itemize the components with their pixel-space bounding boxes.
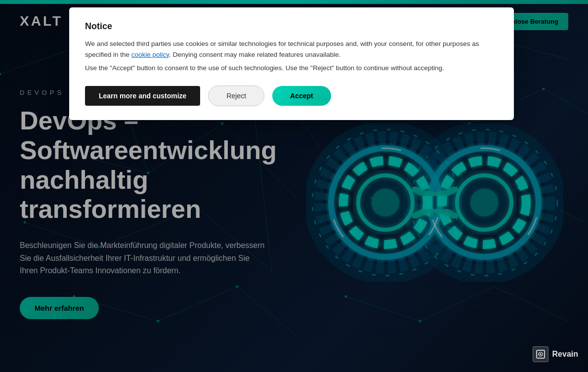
- notice-title: Notice: [85, 21, 498, 32]
- notice-buttons: Learn more and customize Reject Accept: [85, 85, 498, 106]
- cookie-notice-modal: Notice We and selected third parties use…: [69, 7, 514, 120]
- accept-button[interactable]: Accept: [272, 86, 331, 106]
- cookie-policy-link[interactable]: cookie policy: [131, 51, 169, 58]
- reject-button[interactable]: Reject: [208, 85, 264, 106]
- svg-point-72: [540, 354, 541, 355]
- revain-badge: Revain: [533, 346, 578, 362]
- learn-more-button[interactable]: Learn more and customize: [85, 86, 200, 106]
- revain-text: Revain: [552, 350, 578, 359]
- revain-icon: [533, 346, 548, 362]
- notice-body-1: We and selected third parties use cookie…: [85, 39, 498, 60]
- notice-body-2: Use the "Accept" button to consent to th…: [85, 63, 498, 74]
